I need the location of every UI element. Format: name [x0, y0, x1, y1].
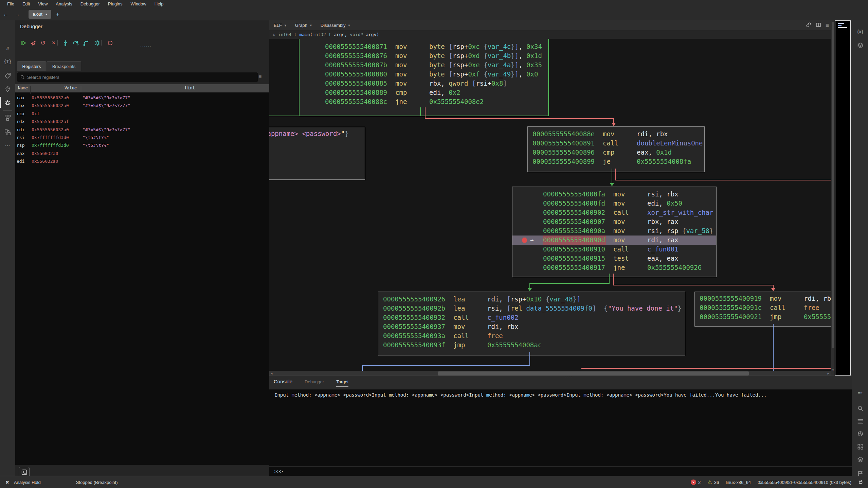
disasm-line[interactable]: →000055555540090dmovrdi, rax — [512, 236, 716, 245]
error-count[interactable]: × 2 — [691, 480, 701, 485]
blk-926[interactable]: 0000555555400926leardi, [rsp+0x10 {var_4… — [378, 292, 685, 355]
register-row-edi[interactable]: edi0x556032a0 — [15, 157, 269, 165]
horizontal-scrollbar[interactable]: ◂ ▸ — [269, 371, 831, 376]
disasm-line[interactable]: 000055555540088emovrdi, rbx — [528, 129, 704, 139]
view-dropdown-elf[interactable]: ELF▼ — [274, 23, 287, 28]
search-options-icon[interactable]: ≡ — [258, 73, 261, 80]
disasm-line[interactable]: 00005555554008fdmovedi, 0x50 — [512, 199, 716, 208]
tab-a-out[interactable]: a.out ● — [29, 10, 51, 19]
register-row-eax[interactable]: eax0x556032a0 — [15, 150, 269, 157]
sidebar-item-components[interactable] — [852, 441, 868, 452]
disasm-line[interactable]: 0000555555400921jmp0x555555 — [695, 312, 831, 321]
register-row-rsp[interactable]: rsp0x7fffffffd3d0"\t5#\t?%" — [15, 141, 269, 149]
analysis-close-icon[interactable]: ✖ — [5, 480, 9, 485]
split-view-icon[interactable] — [816, 22, 821, 29]
register-row-rax[interactable]: rax0x5555556032a0"#?=5#$\"9>7<?>77" — [15, 94, 269, 102]
disasm-line[interactable]: 0000555555400932callc_fun002 — [378, 313, 685, 322]
sidebar-item-find[interactable] — [852, 402, 868, 414]
scroll-left-icon[interactable]: ◂ — [269, 371, 274, 376]
sidebar-item-cross-references[interactable] — [0, 126, 15, 138]
blk-8fa[interactable]: 00005555554008famovrsi, rbx0000555555400… — [512, 187, 717, 277]
forward-arrow-icon[interactable]: → — [12, 11, 23, 17]
vscroll-thumb[interactable] — [832, 22, 834, 348]
sidebar-item-debugger[interactable] — [0, 96, 15, 108]
tab-debugger-console[interactable]: Debugger — [305, 379, 324, 386]
sidebar-item-tags[interactable] — [0, 69, 15, 82]
tab-registers[interactable]: Registers — [17, 61, 46, 71]
tab-breakpoints[interactable]: Breakpoints — [47, 61, 81, 71]
restart-button[interactable]: ↺ — [39, 39, 47, 47]
back-arrow-icon[interactable]: ← — [0, 11, 12, 17]
view-dropdown-disassembly[interactable]: Disassembly▼ — [321, 23, 351, 28]
disasm-line[interactable]: 0000555555400907movrbx, rax — [512, 217, 716, 226]
hscroll-thumb[interactable] — [438, 371, 749, 376]
launch-button[interactable] — [29, 39, 37, 47]
new-tab-button[interactable]: + — [56, 11, 59, 17]
view-menu-icon[interactable]: ≡ — [826, 22, 829, 29]
breakpoint-button[interactable] — [106, 39, 114, 47]
menu-plugins[interactable]: Plugins — [104, 1, 126, 6]
blk-871[interactable]: 0000555555400871movbyte [rsp+0xc {var_4c… — [299, 39, 549, 116]
menu-view[interactable]: View — [34, 1, 51, 6]
register-row-rsi[interactable]: rsi0x7fffffffd3d0"\t5#\t?%" — [15, 134, 269, 141]
menu-window[interactable]: Window — [127, 1, 150, 6]
disasm-line[interactable]: 000055555540092blearsi, [rel data_555555… — [378, 304, 685, 313]
breakpoint-icon[interactable] — [522, 238, 527, 243]
disasm-line[interactable]: 0000555555400896cmpeax, 0x1d — [528, 148, 704, 157]
lock-icon[interactable] — [858, 479, 863, 486]
sidebar-item-memory-map[interactable] — [0, 83, 15, 95]
settings-button[interactable] — [93, 39, 101, 47]
scroll-right-icon[interactable]: ▸ — [826, 371, 831, 376]
warning-count[interactable]: ⚠ 36 — [707, 479, 719, 485]
disasm-line[interactable]: 0000555555400926leardi, [rsp+0x10 {var_4… — [378, 295, 685, 304]
kill-button[interactable]: × — [50, 39, 58, 47]
disasm-line[interactable]: <appname> <password>"} — [269, 129, 365, 138]
step-return-button[interactable] — [82, 39, 90, 47]
menu-file[interactable]: File — [3, 1, 18, 6]
disasm-line[interactable]: 000055555540087bmovbyte [rsp+0xe {var_4a… — [300, 60, 548, 70]
blk-partial[interactable]: <appname> <password>"} — [269, 127, 365, 180]
feature-map[interactable] — [835, 20, 851, 376]
tab-target[interactable]: Target — [336, 379, 348, 387]
blk-919[interactable]: 0000555555400919movrdi, rbx0000555555400… — [694, 292, 831, 327]
menu-edit[interactable]: Edit — [19, 1, 34, 6]
disasm-line[interactable]: 0000555555400871movbyte [rsp+0xc {var_4c… — [300, 42, 548, 51]
disasm-line[interactable]: 0000555555400915testeax, eax — [512, 254, 716, 263]
search-registers-input[interactable]: Search registers — [17, 72, 258, 82]
disasm-line[interactable]: 000055555540093acallfree — [378, 331, 685, 341]
register-row-rbx[interactable]: rbx0x5555556032a0"#?=5#$\"9>7<?>77" — [15, 102, 269, 109]
link-icon[interactable] — [806, 22, 811, 29]
graph-canvas[interactable]: 0000555555400871movbyte [rsp+0xc {var_4c… — [269, 39, 831, 371]
disasm-line[interactable]: 0000555555400889cmpedi, 0x2 — [300, 88, 548, 97]
register-row-rcx[interactable]: rcx0xf — [15, 110, 269, 118]
disasm-line[interactable]: 000055555540093fjmp0x5555554008ac — [378, 341, 685, 350]
disasm-line[interactable]: 0000555555400910callc_fun001 — [512, 245, 716, 254]
register-row-rdx[interactable]: rdx0x5555556032af — [15, 118, 269, 125]
sidebar-item-mini-graph[interactable] — [0, 111, 15, 124]
menu-help[interactable]: Help — [151, 1, 167, 6]
console-input[interactable]: >>> — [269, 466, 852, 476]
sidebar-item-strings[interactable]: ”” — [852, 388, 868, 400]
console-splitter-handle[interactable]: ······ — [561, 375, 573, 379]
disasm-line[interactable]: 000055555540088cjne0x5555554008e2 — [300, 97, 548, 106]
menu-analysis[interactable]: Analysis — [52, 1, 76, 6]
sidebar-item-more[interactable]: ··· — [0, 139, 15, 152]
sidebar-item-log[interactable] — [852, 415, 868, 427]
sidebar-item-types[interactable]: {T} — [0, 55, 15, 67]
disasm-line[interactable]: 0000555555400880movbyte [rsp+0xf {var_49… — [300, 70, 548, 79]
disasm-line[interactable]: 000055555540091ccallfree — [695, 303, 831, 312]
tab-console[interactable]: Console — [274, 379, 292, 386]
blk-88e[interactable]: 000055555540088emovrdi, rbx0000555555400… — [527, 126, 705, 172]
disasm-line[interactable]: 0000555555400919movrdi, rbx — [695, 294, 831, 303]
menu-debugger[interactable]: Debugger — [77, 1, 104, 6]
disasm-line[interactable]: 0000555555400885movrbx, qword [rsi+0x8] — [300, 79, 548, 88]
sidebar-item-stack-view[interactable] — [852, 454, 868, 465]
function-signature[interactable]: int64_t main(int32_t argc, void* argv) — [278, 32, 379, 37]
register-row-rdi[interactable]: rdi0x5555556032a0"#?=5#$\"9>7<?>77" — [15, 126, 269, 134]
disasm-line[interactable]: 0000555555400937movrdi, rbx — [378, 322, 685, 331]
step-into-button[interactable] — [61, 39, 69, 47]
disasm-line[interactable]: 0000555555400917jne0x555555400926 — [512, 263, 716, 272]
disasm-line[interactable]: 0000555555400899je0x5555554008fa — [528, 157, 704, 166]
resume-button[interactable] — [19, 39, 28, 47]
sidebar-item-stack[interactable] — [852, 39, 868, 51]
